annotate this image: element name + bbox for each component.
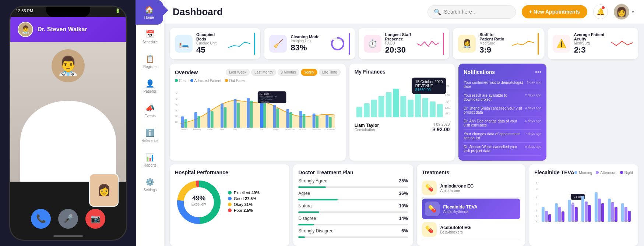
svg-text:49%: 49%: [192, 195, 205, 202]
tab-lifetime[interactable]: Life Time: [319, 69, 341, 76]
svg-rect-99: [608, 199, 611, 222]
sidebar-item-settings[interactable]: ⚙️ Settings: [136, 172, 164, 197]
svg-rect-30: [316, 116, 319, 128]
content-area: 🛏️ Occupied Beds Cardiac Unit 45 🧹 Clean…: [164, 24, 644, 246]
svg-rect-8: [181, 117, 184, 128]
new-appointment-button[interactable]: + New Appointments: [522, 5, 587, 18]
sidebar-item-reference[interactable]: ℹ️ Reference: [136, 123, 164, 148]
treatment-bar-bg: [298, 224, 408, 225]
legend-good: Good 27.5%: [228, 196, 260, 201]
treatment-info: Acebutolol EG Beta-blockers: [440, 225, 471, 234]
user-menu[interactable]: 👩 ▼: [614, 4, 635, 19]
finance-title: My Finances: [355, 69, 386, 75]
patient-thumbnail: 👩: [89, 174, 119, 207]
finance-patient-type: Consultation: [355, 128, 379, 132]
svg-rect-25: [250, 101, 253, 128]
sidebar-item-patients[interactable]: 👤 Patients: [136, 74, 164, 99]
hospital-performance-card: Hospital Performance: [170, 164, 289, 246]
treatment-bar-bg: [298, 186, 408, 188]
treatment-list-item[interactable]: 💊 Acebutolol EG Beta-blockers: [422, 220, 521, 239]
sidebar-item-events[interactable]: 📣 Events: [136, 99, 164, 123]
notif-item-text: Dr. Jhend Smith cancelled your visit pro…: [464, 106, 525, 114]
svg-rect-21: [197, 116, 200, 128]
staff-patient-value: 3:9: [479, 45, 508, 55]
time-tabs: Last Week Last Month 3 Months Yearly Lif…: [226, 69, 341, 76]
svg-text:6: 6: [536, 181, 538, 185]
svg-rect-22: [211, 111, 214, 128]
treatment-row-header: Agree 36%: [298, 191, 408, 196]
svg-text:Fri: Fri: [598, 220, 601, 222]
occupied-beds-info: Occupied Beds Cardiac Unit 45: [196, 32, 225, 55]
svg-rect-11: [221, 104, 224, 128]
svg-rect-81: [542, 207, 545, 222]
treatment-row-pct: 36%: [399, 191, 408, 196]
chevron-down-icon: ▼: [631, 9, 635, 14]
schedule-icon: 📅: [145, 30, 155, 39]
svg-rect-52: [378, 96, 384, 117]
notif-item-time: 9 days ago: [525, 145, 541, 149]
stat-divider-4: [538, 33, 539, 55]
svg-rect-10: [207, 108, 210, 128]
treatment-plan-row: Strongly Disagree 6%: [298, 228, 408, 238]
finance-tooltip-label: REVENUE: [415, 84, 443, 88]
sidebar-item-register[interactable]: 📋 Register: [136, 49, 164, 74]
svg-rect-55: [400, 96, 406, 117]
treatment-row-pct: 25%: [399, 178, 408, 183]
treatment-row-label: Agree: [298, 191, 310, 196]
treatment-title: Doctor Treatment Plan: [298, 170, 353, 175]
reports-icon: 📊: [145, 153, 155, 162]
svg-text:3: 3: [536, 203, 538, 207]
notification-bell-button[interactable]: 🔔: [593, 4, 608, 19]
cleaning-mode-info: Cleaning Mode Imaging Unit 83%: [291, 35, 326, 53]
phone-mute-button[interactable]: 🎤: [58, 209, 78, 229]
phone-call-button[interactable]: 📞: [31, 209, 51, 229]
treatment-row-label: Strongly Agree: [298, 178, 327, 183]
svg-text:September: September: [285, 128, 295, 131]
tab-yearly[interactable]: Yearly: [301, 69, 317, 76]
tab-last-week[interactable]: Last Week: [226, 69, 250, 76]
phone-doctor-name: Dr. Steven Walkar: [38, 26, 87, 33]
stat-cleaning-mode: 🧹 Cleaning Mode Imaging Unit 83%: [264, 28, 355, 59]
cleaning-mode-sub: Imaging Unit: [291, 39, 326, 43]
phone: 12:55 PM 🔋 👨‍⚕️ Dr. Steven Walkar 👨‍⚕️ 👩…: [9, 6, 127, 241]
notification-badge: [602, 6, 605, 9]
legend-excellent: Excellent 49%: [228, 190, 260, 195]
notif-item-text: Dr. Ann Doe change data of your visit es…: [464, 119, 525, 127]
avg-acuity-value: 2:3: [574, 45, 607, 55]
patients-icon: 👤: [145, 79, 155, 88]
phone-video-button[interactable]: 📷: [85, 209, 105, 229]
main-content: Dashboard 🔍 + New Appointments 🔔 👩 ▼ 🛏️ …: [164, 0, 644, 246]
tab-last-month[interactable]: Last Month: [251, 69, 276, 76]
treatment-list-item[interactable]: 💊 Amiodarone EG Amiodarone: [422, 178, 521, 198]
sidebar-item-reports[interactable]: 📊 Reports: [136, 148, 164, 172]
svg-rect-18: [313, 114, 316, 128]
sidebar-label-register: Register: [143, 65, 157, 69]
avg-acuity-sub: Med/Surg: [574, 41, 607, 45]
treatment-row-pct: 19%: [399, 203, 408, 208]
svg-text:August: August: [273, 128, 279, 131]
sidebar-item-home[interactable]: 🏠 Home: [136, 0, 163, 25]
sidebar-label-patients: Patients: [143, 89, 156, 93]
svg-text:2K: 2K: [446, 101, 449, 104]
doctor-treatment-card: Doctor Treatment Plan Strongly Agree 25%…: [293, 164, 413, 246]
svg-rect-49: [356, 107, 362, 117]
treatments-title: Treatments: [422, 170, 450, 175]
treatment-list-item[interactable]: 💊 Flecainide TEVA Antiarrhythmics: [422, 199, 521, 219]
perf-header: Hospital Performance: [175, 170, 284, 175]
treatment-header: Doctor Treatment Plan: [298, 170, 408, 175]
svg-rect-50: [364, 103, 370, 117]
sidebar: 🏠 Home 📅 Schedule 📋 Register 👤 Patients …: [136, 0, 164, 246]
avg-acuity-info: Average Patient Acuity Med/Surg 2:3: [574, 32, 607, 55]
sidebar-item-schedule[interactable]: 📅 Schedule: [136, 25, 164, 49]
stat-divider-1: [254, 33, 255, 55]
notif-more-button[interactable]: •••: [535, 69, 541, 75]
flec-title: Flecainide TEVA: [534, 170, 574, 175]
sidebar-label-schedule: Schedule: [142, 40, 158, 44]
svg-rect-94: [585, 202, 588, 222]
tab-3-months[interactable]: 3 Months: [278, 69, 299, 76]
svg-text:1K: 1K: [446, 112, 449, 115]
longest-staff-value: 20:30: [385, 45, 414, 55]
treatment-name: Acebutolol EG: [440, 225, 471, 230]
treatment-bar-fill: [298, 186, 325, 188]
search-input[interactable]: [444, 9, 503, 15]
